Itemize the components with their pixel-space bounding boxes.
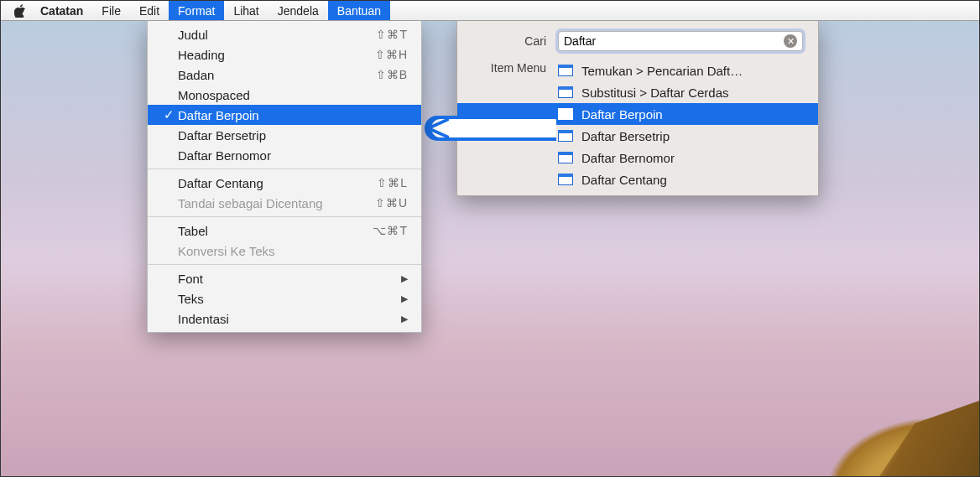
help-result-label: Substitusi > Daftar Cerdas	[581, 86, 729, 100]
menu-item-label: Daftar Bernomor	[176, 148, 408, 163]
menu-app-name[interactable]: Catatan	[31, 1, 92, 20]
menu-result-icon	[558, 152, 573, 163]
help-result-label: Daftar Berpoin	[581, 107, 663, 122]
menu-separator	[148, 264, 421, 265]
menu-item-shortcut: ⌥⌘T	[373, 224, 408, 237]
help-search-panel: Cari ✕ Item Menu Temukan > Pencarian Daf…	[456, 21, 819, 196]
submenu-arrow-icon: ▶	[401, 273, 408, 284]
menu-item-daftar-bernomor[interactable]: Daftar Bernomor	[148, 145, 421, 165]
submenu-arrow-icon: ▶	[401, 293, 408, 304]
menu-item-tabel[interactable]: Tabel⌥⌘T	[148, 220, 421, 241]
apple-icon	[14, 4, 26, 18]
menu-lihat[interactable]: Lihat	[224, 1, 268, 20]
menubar: Catatan FileEditFormatLihatJendelaBantua…	[1, 1, 979, 21]
help-search-field[interactable]: ✕	[558, 31, 803, 51]
menu-item-daftar-bersetrip[interactable]: Daftar Bersetrip	[148, 125, 421, 145]
menu-item-tandai-sebagai-dicentang: Tandai sebagai Dicentang⇧⌘U	[148, 193, 421, 213]
help-result-item[interactable]: Substitusi > Daftar Cerdas	[457, 81, 818, 103]
menu-item-label: Tandai sebagai Dicentang	[176, 196, 375, 210]
help-menu-items-label: Item Menu	[457, 58, 558, 75]
menu-item-daftar-berpoin[interactable]: ✓Daftar Berpoin	[148, 105, 421, 125]
menu-item-label: Font	[176, 272, 401, 286]
checkmark-icon: ✓	[161, 107, 176, 122]
menu-item-label: Teks	[176, 292, 401, 306]
menu-result-icon	[558, 130, 573, 142]
menu-result-icon	[558, 174, 573, 185]
menu-result-icon	[558, 86, 573, 98]
menu-bantuan[interactable]: Bantuan	[328, 1, 390, 20]
help-result-item[interactable]: Daftar Centang	[457, 169, 818, 190]
menu-result-icon	[558, 65, 573, 76]
help-result-label: Temukan > Pencarian Daft…	[581, 64, 743, 78]
menu-item-label: Judul	[176, 28, 376, 42]
menu-item-shortcut: ⇧⌘H	[375, 48, 408, 61]
apple-menu[interactable]	[9, 1, 31, 20]
menu-item-label: Daftar Centang	[176, 176, 377, 190]
help-pointer-arrow	[412, 112, 556, 144]
menu-item-daftar-centang[interactable]: Daftar Centang⇧⌘L	[148, 173, 421, 193]
menu-item-label: Monospaced	[176, 88, 408, 102]
menu-item-shortcut: ⇧⌘U	[375, 196, 408, 210]
menu-item-label: Tabel	[176, 224, 373, 238]
menu-separator	[148, 216, 421, 217]
menu-item-judul[interactable]: Judul⇧⌘T	[148, 24, 421, 44]
menu-item-label: Daftar Berpoin	[176, 108, 408, 122]
help-result-label: Daftar Centang	[581, 173, 667, 187]
menu-separator	[148, 169, 421, 169]
menu-item-heading[interactable]: Heading⇧⌘H	[148, 44, 421, 65]
menu-format[interactable]: Format	[169, 1, 224, 20]
help-search-input[interactable]	[564, 34, 784, 48]
help-result-item[interactable]: Daftar Bernomor	[457, 147, 818, 169]
menu-item-label: Badan	[176, 68, 376, 82]
submenu-arrow-icon: ▶	[401, 314, 408, 324]
menu-result-icon	[558, 108, 573, 120]
menu-item-indentasi[interactable]: Indentasi▶	[148, 308, 421, 329]
menu-file[interactable]: File	[92, 1, 130, 20]
menu-item-badan[interactable]: Badan⇧⌘B	[148, 65, 421, 85]
help-result-label: Daftar Bersetrip	[581, 129, 670, 143]
menu-item-label: Daftar Bersetrip	[176, 128, 408, 143]
help-result-label: Daftar Bernomor	[581, 151, 675, 165]
menu-item-konversi-ke-teks: Konversi Ke Teks	[148, 241, 421, 261]
clear-search-icon[interactable]: ✕	[784, 34, 797, 48]
menu-item-shortcut: ⇧⌘L	[377, 176, 408, 189]
format-menu-dropdown: Judul⇧⌘THeading⇧⌘HBadan⇧⌘BMonospaced✓Daf…	[147, 21, 422, 333]
menu-item-label: Indentasi	[176, 312, 401, 326]
menu-edit[interactable]: Edit	[130, 1, 169, 20]
menu-item-teks[interactable]: Teks▶	[148, 288, 421, 308]
menu-item-font[interactable]: Font▶	[148, 268, 421, 288]
menu-item-shortcut: ⇧⌘T	[376, 28, 408, 41]
menu-item-shortcut: ⇧⌘B	[376, 68, 408, 81]
help-search-label: Cari	[457, 34, 558, 48]
menu-item-monospaced[interactable]: Monospaced	[148, 85, 421, 105]
menu-jendela[interactable]: Jendela	[268, 1, 328, 20]
menu-item-label: Konversi Ke Teks	[176, 244, 408, 258]
menu-item-label: Heading	[176, 48, 375, 62]
